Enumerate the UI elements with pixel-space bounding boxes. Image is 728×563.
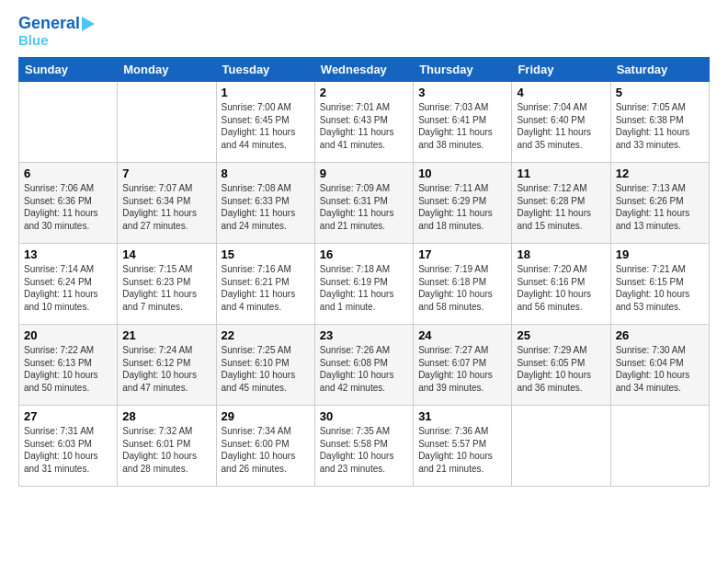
day-header-saturday: Saturday: [610, 58, 709, 82]
calendar-cell: 25Sunrise: 7:29 AM Sunset: 6:05 PM Dayli…: [512, 325, 610, 406]
calendar-cell: 8Sunrise: 7:08 AM Sunset: 6:33 PM Daylig…: [216, 163, 314, 244]
page: General Blue SundayMondayTuesdayWednesda…: [0, 0, 728, 496]
day-number: 11: [517, 167, 605, 180]
day-info: Sunrise: 7:00 AM Sunset: 6:45 PM Dayligh…: [222, 101, 310, 151]
calendar-cell: 24Sunrise: 7:27 AM Sunset: 6:07 PM Dayli…: [414, 325, 512, 406]
day-header-wednesday: Wednesday: [314, 58, 413, 82]
day-info: Sunrise: 7:31 AM Sunset: 6:03 PM Dayligh…: [24, 425, 112, 475]
day-number: 17: [418, 247, 506, 261]
calendar-cell: 1Sunrise: 7:00 AM Sunset: 6:45 PM Daylig…: [216, 82, 314, 163]
calendar-cell: 19Sunrise: 7:21 AM Sunset: 6:15 PM Dayli…: [610, 244, 709, 325]
day-number: 12: [616, 167, 704, 180]
day-info: Sunrise: 7:04 AM Sunset: 6:40 PM Dayligh…: [517, 101, 605, 151]
week-row-2: 13Sunrise: 7:14 AM Sunset: 6:24 PM Dayli…: [19, 244, 710, 325]
calendar-cell: 7Sunrise: 7:07 AM Sunset: 6:34 PM Daylig…: [118, 163, 216, 244]
calendar-cell: 10Sunrise: 7:11 AM Sunset: 6:29 PM Dayli…: [414, 163, 512, 244]
day-info: Sunrise: 7:35 AM Sunset: 5:58 PM Dayligh…: [320, 425, 408, 475]
week-row-0: 1Sunrise: 7:00 AM Sunset: 6:45 PM Daylig…: [19, 82, 710, 163]
day-number: 30: [320, 409, 408, 423]
day-number: 16: [320, 247, 408, 261]
day-info: Sunrise: 7:18 AM Sunset: 6:19 PM Dayligh…: [320, 263, 408, 313]
calendar-cell: [512, 406, 610, 487]
calendar-cell: [610, 406, 709, 487]
day-number: 15: [222, 247, 310, 261]
day-info: Sunrise: 7:19 AM Sunset: 6:18 PM Dayligh…: [418, 263, 506, 313]
calendar-cell: 26Sunrise: 7:30 AM Sunset: 6:04 PM Dayli…: [610, 325, 709, 406]
day-number: 3: [418, 86, 506, 99]
day-number: 19: [616, 247, 704, 261]
calendar-header-row: SundayMondayTuesdayWednesdayThursdayFrid…: [19, 58, 710, 82]
day-number: 8: [222, 167, 310, 180]
day-info: Sunrise: 7:13 AM Sunset: 6:26 PM Dayligh…: [616, 182, 704, 232]
logo-text-blue: Blue: [18, 33, 49, 49]
day-info: Sunrise: 7:25 AM Sunset: 6:10 PM Dayligh…: [222, 344, 310, 394]
day-number: 18: [517, 247, 605, 261]
week-row-4: 27Sunrise: 7:31 AM Sunset: 6:03 PM Dayli…: [19, 406, 710, 487]
calendar-cell: 11Sunrise: 7:12 AM Sunset: 6:28 PM Dayli…: [512, 163, 610, 244]
day-number: 1: [222, 86, 310, 99]
day-number: 10: [418, 167, 506, 180]
day-info: Sunrise: 7:06 AM Sunset: 6:36 PM Dayligh…: [24, 182, 112, 232]
day-number: 14: [122, 247, 210, 261]
header: General Blue: [18, 15, 710, 48]
calendar-cell: 9Sunrise: 7:09 AM Sunset: 6:31 PM Daylig…: [314, 163, 413, 244]
logo-arrow-icon: [82, 17, 95, 31]
calendar-cell: 4Sunrise: 7:04 AM Sunset: 6:40 PM Daylig…: [512, 82, 610, 163]
calendar-cell: 20Sunrise: 7:22 AM Sunset: 6:13 PM Dayli…: [19, 325, 118, 406]
calendar-cell: 21Sunrise: 7:24 AM Sunset: 6:12 PM Dayli…: [118, 325, 216, 406]
day-number: 28: [122, 409, 210, 423]
day-info: Sunrise: 7:14 AM Sunset: 6:24 PM Dayligh…: [24, 263, 112, 313]
day-info: Sunrise: 7:22 AM Sunset: 6:13 PM Dayligh…: [24, 344, 112, 394]
day-info: Sunrise: 7:05 AM Sunset: 6:38 PM Dayligh…: [616, 101, 704, 151]
day-info: Sunrise: 7:08 AM Sunset: 6:33 PM Dayligh…: [222, 182, 310, 232]
day-number: 6: [24, 167, 112, 180]
day-info: Sunrise: 7:29 AM Sunset: 6:05 PM Dayligh…: [517, 344, 605, 394]
day-number: 2: [320, 86, 408, 99]
day-number: 22: [222, 328, 310, 342]
day-number: 5: [616, 86, 704, 99]
calendar-cell: 27Sunrise: 7:31 AM Sunset: 6:03 PM Dayli…: [19, 406, 118, 487]
calendar-cell: 23Sunrise: 7:26 AM Sunset: 6:08 PM Dayli…: [314, 325, 413, 406]
day-number: 20: [24, 328, 112, 342]
calendar-cell: 31Sunrise: 7:36 AM Sunset: 5:57 PM Dayli…: [414, 406, 512, 487]
logo: General Blue: [18, 15, 95, 48]
calendar-cell: 17Sunrise: 7:19 AM Sunset: 6:18 PM Dayli…: [414, 244, 512, 325]
day-info: Sunrise: 7:15 AM Sunset: 6:23 PM Dayligh…: [122, 263, 210, 313]
calendar: SundayMondayTuesdayWednesdayThursdayFrid…: [18, 57, 710, 487]
day-number: 21: [122, 328, 210, 342]
day-number: 31: [418, 409, 506, 423]
calendar-cell: 6Sunrise: 7:06 AM Sunset: 6:36 PM Daylig…: [19, 163, 118, 244]
calendar-cell: 16Sunrise: 7:18 AM Sunset: 6:19 PM Dayli…: [314, 244, 413, 325]
calendar-cell: 28Sunrise: 7:32 AM Sunset: 6:01 PM Dayli…: [118, 406, 216, 487]
day-header-sunday: Sunday: [19, 58, 118, 82]
day-number: 26: [616, 328, 704, 342]
calendar-cell: 18Sunrise: 7:20 AM Sunset: 6:16 PM Dayli…: [512, 244, 610, 325]
day-info: Sunrise: 7:32 AM Sunset: 6:01 PM Dayligh…: [122, 425, 210, 475]
day-info: Sunrise: 7:26 AM Sunset: 6:08 PM Dayligh…: [320, 344, 408, 394]
day-info: Sunrise: 7:16 AM Sunset: 6:21 PM Dayligh…: [222, 263, 310, 313]
week-row-1: 6Sunrise: 7:06 AM Sunset: 6:36 PM Daylig…: [19, 163, 710, 244]
day-info: Sunrise: 7:12 AM Sunset: 6:28 PM Dayligh…: [517, 182, 605, 232]
day-number: 4: [517, 86, 605, 99]
logo-text-general: General: [18, 15, 80, 33]
day-info: Sunrise: 7:27 AM Sunset: 6:07 PM Dayligh…: [418, 344, 506, 394]
day-number: 7: [122, 167, 210, 180]
day-number: 9: [320, 167, 408, 180]
day-info: Sunrise: 7:24 AM Sunset: 6:12 PM Dayligh…: [122, 344, 210, 394]
calendar-cell: 5Sunrise: 7:05 AM Sunset: 6:38 PM Daylig…: [610, 82, 709, 163]
day-info: Sunrise: 7:01 AM Sunset: 6:43 PM Dayligh…: [320, 101, 408, 151]
calendar-cell: [19, 82, 118, 163]
calendar-cell: 3Sunrise: 7:03 AM Sunset: 6:41 PM Daylig…: [414, 82, 512, 163]
day-info: Sunrise: 7:21 AM Sunset: 6:15 PM Dayligh…: [616, 263, 704, 313]
calendar-cell: 30Sunrise: 7:35 AM Sunset: 5:58 PM Dayli…: [314, 406, 413, 487]
day-info: Sunrise: 7:11 AM Sunset: 6:29 PM Dayligh…: [418, 182, 506, 232]
day-header-thursday: Thursday: [414, 58, 512, 82]
calendar-cell: 22Sunrise: 7:25 AM Sunset: 6:10 PM Dayli…: [216, 325, 314, 406]
day-header-friday: Friday: [512, 58, 610, 82]
week-row-3: 20Sunrise: 7:22 AM Sunset: 6:13 PM Dayli…: [19, 325, 710, 406]
day-number: 13: [24, 247, 112, 261]
calendar-cell: 12Sunrise: 7:13 AM Sunset: 6:26 PM Dayli…: [610, 163, 709, 244]
day-header-tuesday: Tuesday: [216, 58, 314, 82]
day-number: 23: [320, 328, 408, 342]
day-info: Sunrise: 7:07 AM Sunset: 6:34 PM Dayligh…: [122, 182, 210, 232]
